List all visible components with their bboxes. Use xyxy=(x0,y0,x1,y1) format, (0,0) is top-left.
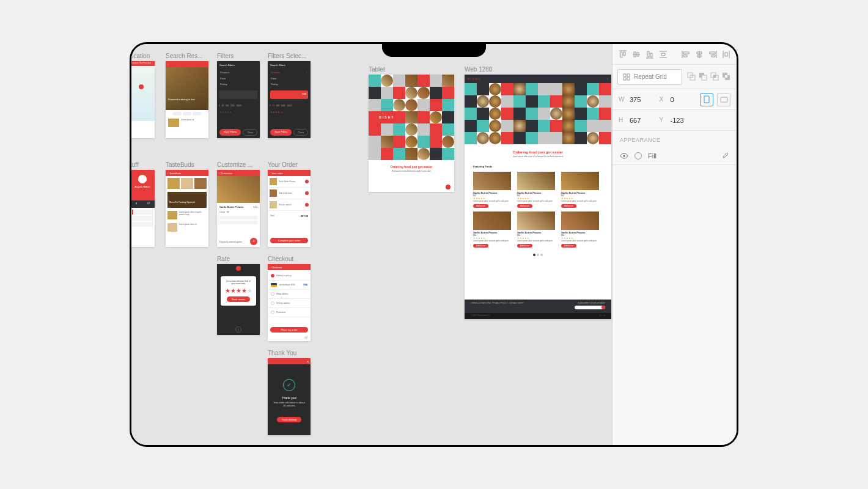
artboard-label[interactable]: Filters Selec... xyxy=(268,53,311,59)
align-hcenter-icon[interactable] xyxy=(694,49,705,60)
artboard-your-order[interactable]: Your Order ‹Your order Garlic Butter Pra… xyxy=(268,161,311,247)
artboard-filters[interactable]: Filters Search Filters Distance Price Ra… xyxy=(217,53,260,138)
artboard-customize[interactable]: Customize ... ‹Customize Garlic Butter P… xyxy=(217,161,260,247)
fill-radio[interactable] xyxy=(634,152,642,160)
distribute-v-icon[interactable] xyxy=(658,49,669,60)
artboard-label[interactable]: Filters xyxy=(217,53,260,59)
align-left-icon[interactable] xyxy=(680,49,691,60)
artboard-location[interactable]: ocation Location, San Francisco xyxy=(131,53,155,138)
grid-icon xyxy=(623,73,630,81)
landscape-toggle[interactable] xyxy=(717,93,730,106)
y-label: Y xyxy=(660,117,667,123)
visibility-icon[interactable] xyxy=(620,153,628,159)
svg-rect-3 xyxy=(627,78,630,80)
y-input[interactable] xyxy=(671,117,697,124)
align-bottom-icon[interactable] xyxy=(644,49,655,60)
artboard-label[interactable]: Your Order xyxy=(268,161,311,168)
svg-rect-2 xyxy=(623,78,626,80)
artboard-tastebuds[interactable]: TasteBuds ‹TasteBuds Mon-Fri Tasting Spe… xyxy=(166,161,208,247)
artboard-label[interactable]: Rate xyxy=(217,256,260,262)
artboard-label[interactable]: Checkout xyxy=(268,256,311,262)
header-bar: ‹ xyxy=(166,61,208,67)
svg-rect-0 xyxy=(623,74,626,76)
place-order-button[interactable]: Place my order xyxy=(270,327,308,333)
cart-icon[interactable]: 🛒 xyxy=(304,336,308,339)
svg-rect-10 xyxy=(713,75,716,78)
save-filters-button[interactable]: Save Filters xyxy=(219,129,241,136)
hero-image: Featured ordering in fast xyxy=(166,67,208,110)
artboard-label[interactable]: ocation xyxy=(131,53,155,59)
save-filters-button[interactable]: Save Filters xyxy=(270,129,292,136)
appearance-section-label: APPEARANCE xyxy=(612,131,737,147)
clear-button[interactable]: Clear xyxy=(293,129,308,136)
artboard-filters-selected[interactable]: Filters Selec... Search Filters Distance… xyxy=(268,53,311,138)
design-canvas[interactable]: ocation Location, San Francisco Search R… xyxy=(131,44,612,445)
map-preview xyxy=(131,66,155,121)
artboard-label[interactable]: TasteBuds xyxy=(166,161,208,168)
artboard-label[interactable]: Customize ... xyxy=(217,161,260,168)
star-rating[interactable]: ★★★★★ xyxy=(224,287,252,294)
align-top-icon[interactable] xyxy=(617,49,628,60)
align-vcenter-icon[interactable] xyxy=(631,49,642,60)
svg-rect-14 xyxy=(704,96,709,103)
fill-label: Fill xyxy=(648,152,657,160)
dish-image xyxy=(217,176,260,203)
boolean-intersect-icon[interactable] xyxy=(710,72,720,82)
artboard-stuff[interactable]: tuff Angela Gilbert 6 12 xyxy=(131,161,155,247)
clear-button[interactable]: Clear xyxy=(243,129,257,136)
eyedropper-icon[interactable] xyxy=(721,152,729,160)
track-delivery-button[interactable]: Track delivery xyxy=(277,417,302,422)
artboard-label[interactable]: Web 1280 xyxy=(465,66,611,73)
artboard-web-1280[interactable]: Web 1280 DISHY≡ Ordering food just got e… xyxy=(465,66,611,319)
location-bar: Location, San Francisco xyxy=(131,61,155,66)
repeat-grid-button[interactable]: Repeat Grid xyxy=(617,69,682,85)
artboard-label[interactable]: Tablet xyxy=(369,66,454,73)
fab-icon[interactable] xyxy=(446,185,451,189)
svg-rect-15 xyxy=(721,97,727,102)
height-label: H xyxy=(619,117,626,123)
category-pills xyxy=(166,110,208,117)
artboard-checkout[interactable]: Checkout ‹Checkout Delivery or pick upca… xyxy=(268,256,311,341)
artboard-rate[interactable]: Rate Let us know what you think of your … xyxy=(217,256,260,335)
artboard-tablet[interactable]: Tablet DISHY Ordering food just got easi… xyxy=(369,66,454,192)
svg-rect-7 xyxy=(702,75,707,80)
result-row: Lorem ipsum sit xyxy=(166,117,208,136)
artboard-label[interactable]: Thank You xyxy=(268,350,311,356)
artboard-label[interactable]: tuff xyxy=(131,161,155,168)
x-label: X xyxy=(660,96,667,103)
boolean-exclude-icon[interactable] xyxy=(722,72,732,82)
check-icon: ✓ xyxy=(283,379,295,391)
complete-order-button[interactable]: Complete your order xyxy=(270,238,308,243)
add-button[interactable]: + xyxy=(250,238,257,245)
properties-panel: Repeat Grid W X H Y xyxy=(612,44,737,445)
width-label: W xyxy=(619,96,626,103)
send-review-button[interactable]: Send review xyxy=(227,296,250,302)
x-input[interactable] xyxy=(671,96,697,103)
distribute-h-icon[interactable] xyxy=(721,49,732,60)
artboard-search-results[interactable]: Search Res... ‹ Featured ordering in fas… xyxy=(166,53,208,138)
artboard-label[interactable]: Search Res... xyxy=(166,53,208,59)
portrait-toggle[interactable] xyxy=(700,93,713,106)
height-input[interactable] xyxy=(630,117,656,124)
align-right-icon[interactable] xyxy=(707,49,718,60)
svg-rect-13 xyxy=(725,75,727,78)
artboard-thank-you[interactable]: Thank You ✕ ✓ Thank you! Your order will… xyxy=(268,350,311,435)
width-input[interactable] xyxy=(630,96,656,103)
svg-point-16 xyxy=(623,155,625,156)
device-notch xyxy=(382,42,486,57)
boolean-add-icon[interactable] xyxy=(687,72,697,82)
svg-rect-1 xyxy=(627,74,630,76)
boolean-subtract-icon[interactable] xyxy=(699,72,708,82)
